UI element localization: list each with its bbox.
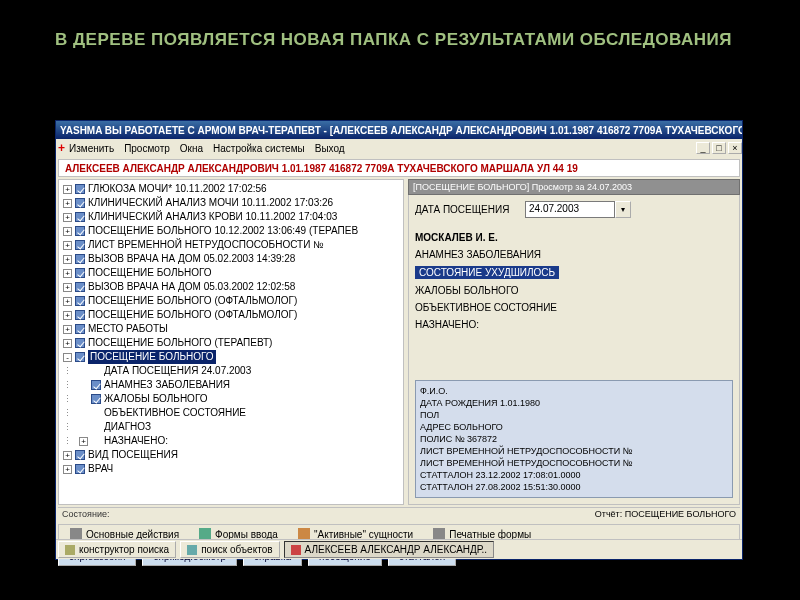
node-icon xyxy=(75,226,85,236)
tree-row[interactable]: ⋮ОБЪЕКТИВНОЕ СОСТОЯНИЕ xyxy=(59,406,403,420)
tree-row[interactable]: ⋮АНАМНЕЗ ЗАБОЛЕВАНИЯ xyxy=(59,378,403,392)
tree-label: КЛИНИЧЕСКИЙ АНАЛИЗ КРОВИ 10.11.2002 17:0… xyxy=(88,210,337,224)
status-right: Отчёт: ПОСЕЩЕНИЕ БОЛЬНОГО xyxy=(595,509,736,521)
expand-icon[interactable]: + xyxy=(63,213,72,222)
tree-label: ПОСЕЩЕНИЕ БОЛЬНОГО (ОФТАЛЬМОЛОГ) xyxy=(88,308,297,322)
info-line: СТАТТАЛОН 23.12.2002 17:08:01.0000 xyxy=(420,469,728,481)
plus-icon xyxy=(291,545,301,555)
expand-icon[interactable]: + xyxy=(63,451,72,460)
anamnez-label: АНАМНЕЗ ЗАБОЛЕВАНИЯ xyxy=(415,249,733,260)
tree-label: ДАТА ПОСЕЩЕНИЯ 24.07.2003 xyxy=(104,364,251,378)
tree-label: АНАМНЕЗ ЗАБОЛЕВАНИЯ xyxy=(104,378,230,392)
tree-label: ДИАГНОЗ xyxy=(104,420,151,434)
info-line: СТАТТАЛОН 27.08.2002 15:51:30.0000 xyxy=(420,481,728,493)
window-buttons: _ □ × xyxy=(694,142,742,154)
info-line: ДАТА РОЖДЕНИЯ 1.01.1980 xyxy=(420,397,728,409)
close-button[interactable]: × xyxy=(728,142,742,154)
taskbar: конструктор поиска поиск объектов АЛЕКСЕ… xyxy=(56,539,742,559)
tree-row[interactable]: +ВЫЗОВ ВРАЧА НА ДОМ 05.02.2003 14:39:28 xyxy=(59,252,403,266)
node-icon xyxy=(75,352,85,362)
detail-body: ДАТА ПОСЕЩЕНИЯ 24.07.2003 ▾ МОСКАЛЕВ И. … xyxy=(408,195,740,505)
tree-panel[interactable]: +ГЛЮКОЗА МОЧИ* 10.11.2002 17:02:56+КЛИНИ… xyxy=(58,179,404,505)
tree-spacer xyxy=(79,367,88,376)
node-icon xyxy=(75,464,85,474)
expand-icon[interactable]: + xyxy=(63,241,72,250)
tree-label: ВИД ПОСЕЩЕНИЯ xyxy=(88,448,178,462)
tree-row[interactable]: ⋮ДАТА ПОСЕЩЕНИЯ 24.07.2003 xyxy=(59,364,403,378)
info-line: ЛИСТ ВРЕМЕННОЙ НЕТРУДОСПОСОБНОСТИ № xyxy=(420,457,728,469)
expand-icon[interactable]: + xyxy=(63,311,72,320)
tree-label: ВЫЗОВ ВРАЧА НА ДОМ 05.03.2002 12:02:58 xyxy=(88,280,295,294)
tree-row[interactable]: +ПОСЕЩЕНИЕ БОЛЬНОГО (ОФТАЛЬМОЛОГ) xyxy=(59,294,403,308)
tree-row[interactable]: +ВРАЧ xyxy=(59,462,403,476)
tree-row[interactable]: +КЛИНИЧЕСКИЙ АНАЛИЗ КРОВИ 10.11.2002 17:… xyxy=(59,210,403,224)
slide-title: В ДЕРЕВЕ ПОЯВЛЯЕТСЯ НОВАЯ ПАПКА С РЕЗУЛЬ… xyxy=(0,0,800,60)
new-record-icon[interactable]: + xyxy=(58,141,65,155)
tree-row[interactable]: +МЕСТО РАБОТЫ xyxy=(59,322,403,336)
tree-row[interactable]: +ПОСЕЩЕНИЕ БОЛЬНОГО xyxy=(59,266,403,280)
tree-row[interactable]: +ВИД ПОСЕЩЕНИЯ xyxy=(59,448,403,462)
tree-row[interactable]: +ГЛЮКОЗА МОЧИ* 10.11.2002 17:02:56 xyxy=(59,182,403,196)
node-icon xyxy=(75,268,85,278)
tree-row[interactable]: ⋮ДИАГНОЗ xyxy=(59,420,403,434)
collapse-icon[interactable]: - xyxy=(63,353,72,362)
info-line: Ф.И.О. xyxy=(420,385,728,397)
visit-date-input[interactable]: 24.07.2003 xyxy=(525,201,615,218)
menu-windows[interactable]: Окна xyxy=(180,143,203,154)
doctor-name: МОСКАЛЕВ И. Е. xyxy=(415,232,733,243)
tree-row[interactable]: +ПОСЕЩЕНИЕ БОЛЬНОГО (ТЕРАПЕВТ) xyxy=(59,336,403,350)
node-icon xyxy=(75,296,85,306)
minimize-button[interactable]: _ xyxy=(696,142,710,154)
tree-label: ПОСЕЩЕНИЕ БОЛЬНОГО xyxy=(88,266,212,280)
tree-label: МЕСТО РАБОТЫ xyxy=(88,322,168,336)
tree-row[interactable]: +КЛИНИЧЕСКИЙ АНАЛИЗ МОЧИ 10.11.2002 17:0… xyxy=(59,196,403,210)
tree-label: ПОСЕЩЕНИЕ БОЛЬНОГО (ТЕРАПЕВТ) xyxy=(88,336,272,350)
expand-icon[interactable]: + xyxy=(63,465,72,474)
menu-view[interactable]: Просмотр xyxy=(124,143,170,154)
tree-label: ПОСЕЩЕНИЕ БОЛЬНОГО 10.12.2002 13:06:49 (… xyxy=(88,224,358,238)
workspace: +ГЛЮКОЗА МОЧИ* 10.11.2002 17:02:56+КЛИНИ… xyxy=(58,179,740,505)
expand-icon[interactable]: + xyxy=(63,297,72,306)
node-icon xyxy=(91,366,101,376)
state-value[interactable]: СОСТОЯНИЕ УХУДШИЛОСЬ xyxy=(415,266,559,279)
restore-button[interactable]: □ xyxy=(712,142,726,154)
status-bar: Состояние: Отчёт: ПОСЕЩЕНИЕ БОЛЬНОГО xyxy=(58,507,740,522)
menu-edit[interactable]: Изменить xyxy=(69,143,114,154)
tree-spacer xyxy=(79,409,88,418)
tree-row[interactable]: ⋮ЖАЛОБЫ БОЛЬНОГО xyxy=(59,392,403,406)
search-icon xyxy=(187,545,197,555)
detail-panel: [ПОСЕЩЕНИЕ БОЛЬНОГО] Просмотр за 24.07.2… xyxy=(408,179,740,505)
node-icon xyxy=(91,422,101,432)
tree-label: ПОСЕЩЕНИЕ БОЛЬНОГО xyxy=(88,350,216,364)
expand-icon[interactable]: + xyxy=(63,255,72,264)
expand-icon[interactable]: + xyxy=(63,199,72,208)
node-icon xyxy=(75,254,85,264)
task-patient[interactable]: АЛЕКСЕЕВ АЛЕКСАНДР АЛЕКСАНДР.. xyxy=(284,541,495,558)
app-window: YASHMA ВЫ РАБОТАЕТЕ С АРМОМ ВРАЧ-ТЕРАПЕВ… xyxy=(55,120,743,560)
expand-icon[interactable]: + xyxy=(79,437,88,446)
menubar: + Изменить Просмотр Окна Настройка систе… xyxy=(56,139,742,157)
expand-icon[interactable]: + xyxy=(63,325,72,334)
date-dropdown-icon[interactable]: ▾ xyxy=(615,201,631,218)
tree-row[interactable]: +ПОСЕЩЕНИЕ БОЛЬНОГО (ОФТАЛЬМОЛОГ) xyxy=(59,308,403,322)
tree-label: ЖАЛОБЫ БОЛЬНОГО xyxy=(104,392,208,406)
tree-row[interactable]: +ЛИСТ ВРЕМЕННОЙ НЕТРУДОСПОСОБНОСТИ № xyxy=(59,238,403,252)
menu-exit[interactable]: Выход xyxy=(315,143,345,154)
menu-settings[interactable]: Настройка системы xyxy=(213,143,305,154)
node-icon xyxy=(91,394,101,404)
task-object-search[interactable]: поиск объектов xyxy=(180,541,279,558)
task-search-builder[interactable]: конструктор поиска xyxy=(58,541,176,558)
tree-row[interactable]: ⋮+НАЗНАЧЕНО: xyxy=(59,434,403,448)
window-titlebar: YASHMA ВЫ РАБОТАЕТЕ С АРМОМ ВРАЧ-ТЕРАПЕВ… xyxy=(56,121,742,139)
expand-icon[interactable]: + xyxy=(63,227,72,236)
expand-icon[interactable]: + xyxy=(63,339,72,348)
expand-icon[interactable]: + xyxy=(63,269,72,278)
objective-label: ОБЪЕКТИВНОЕ СОСТОЯНИЕ xyxy=(415,302,733,313)
prescribed-label: НАЗНАЧЕНО: xyxy=(415,319,733,330)
tree-row[interactable]: +ПОСЕЩЕНИЕ БОЛЬНОГО 10.12.2002 13:06:49 … xyxy=(59,224,403,238)
expand-icon[interactable]: + xyxy=(63,283,72,292)
node-icon xyxy=(75,282,85,292)
expand-icon[interactable]: + xyxy=(63,185,72,194)
tree-row[interactable]: +ВЫЗОВ ВРАЧА НА ДОМ 05.03.2002 12:02:58 xyxy=(59,280,403,294)
tree-row[interactable]: -ПОСЕЩЕНИЕ БОЛЬНОГО xyxy=(59,350,403,364)
